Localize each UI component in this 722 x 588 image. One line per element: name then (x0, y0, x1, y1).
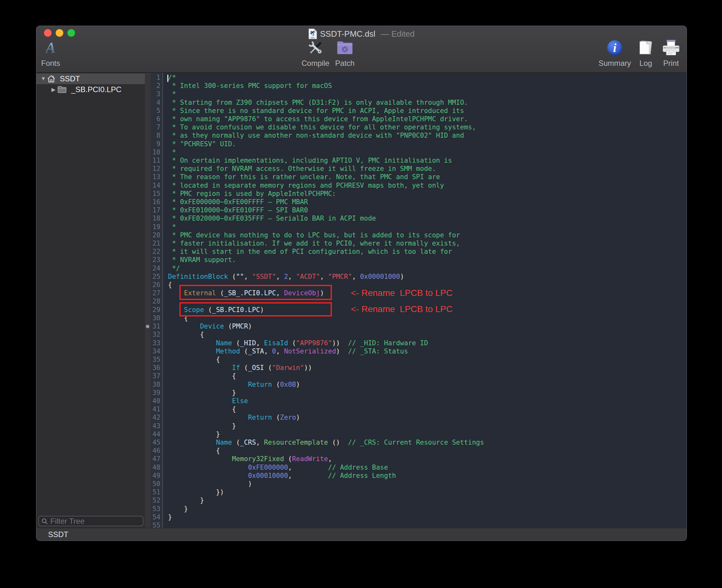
window-title-area: DSL SSDT-PMC.dsl — Edited (36, 28, 686, 39)
line-number: 12 (151, 165, 161, 173)
fonts-label: Fonts (41, 59, 60, 68)
line-number: 22 (151, 248, 161, 256)
code-line: Return (Zero) (168, 413, 686, 422)
code-line: 0x00010000, // Address Length (168, 471, 686, 480)
code-line: * On certain implementations, including … (168, 156, 686, 165)
code-line: * faster initialisation. If we add it to… (168, 239, 686, 248)
chevron-down-icon[interactable]: ▼ (40, 76, 47, 82)
line-number: 15 (151, 190, 161, 198)
line-number: 47 (151, 455, 161, 463)
line-number: 26 (151, 281, 161, 289)
print-button[interactable]: Print (649, 39, 686, 68)
code-line: } (168, 422, 686, 430)
line-number: 3 (151, 90, 161, 98)
code-editor[interactable]: /* * Intel 300-series PMC support for ma… (163, 73, 686, 528)
line-number: 7 (151, 123, 161, 131)
line-number: 25 (151, 272, 161, 281)
line-number: 9 (151, 140, 161, 148)
code-line: Name (_CRS, ResourceTemplate () // _CRS:… (168, 438, 686, 446)
sidebar-item-label: SSDT (60, 75, 80, 83)
status-scope-label: SSDT (48, 530, 68, 539)
print-printer-icon (662, 39, 680, 56)
window-title: SSDT-PMC.dsl (320, 29, 376, 39)
summary-info-icon: i (607, 39, 622, 56)
code-line (168, 521, 686, 528)
line-number: 23 (151, 256, 161, 264)
code-line: * required for NVRAM access. Otherwise i… (168, 165, 686, 173)
line-number: 31 (151, 322, 161, 330)
code-line: * own naming "APP9876" to access this de… (168, 115, 686, 123)
title-bar: DSL SSDT-PMC.dsl — Edited A Fonts (36, 26, 686, 73)
line-number: 38 (151, 380, 161, 388)
code-line: { (168, 372, 686, 380)
code-line: * (168, 223, 686, 231)
patch-button[interactable]: Patch (323, 39, 367, 68)
code-line: Else (168, 397, 686, 405)
patch-folder-icon (336, 39, 354, 56)
code-line: * 0xFE010000~0xFE010FFF – SPI BAR0 (168, 206, 686, 214)
line-number: 4 (151, 99, 161, 107)
text-cursor (167, 75, 168, 82)
line-number: 39 (151, 388, 161, 397)
line-number: 43 (151, 422, 161, 430)
code-line: * as they normally use another non-stand… (168, 131, 686, 140)
code-line: Device (PMCR) (168, 322, 686, 330)
line-number-gutter: 1234567891011121314151617181920212223242… (151, 73, 162, 528)
code-line: If (_OSI ("Darwin")) (168, 364, 686, 372)
filter-tree-input[interactable] (50, 517, 140, 526)
line-number: 34 (151, 347, 161, 355)
highlight-box-external (179, 285, 332, 300)
svg-text:DSL: DSL (311, 37, 315, 39)
search-icon (41, 518, 48, 524)
code-line: * NVRAM support. (168, 256, 686, 264)
line-number: 32 (151, 330, 161, 339)
filter-tree-field[interactable] (38, 516, 143, 526)
line-number: 51 (151, 488, 161, 496)
rename-annotation-2: <- Rename LPCB to LPC (351, 304, 452, 314)
line-number: 16 (151, 198, 161, 206)
code-line: ) (168, 480, 686, 488)
line-number: 44 (151, 430, 161, 438)
dsl-document-icon: DSL (309, 28, 317, 39)
chevron-right-icon[interactable]: ▶ (50, 86, 57, 93)
sidebar-item-ssdt[interactable]: ▼ SSDT (36, 74, 145, 84)
line-marker-dot (146, 325, 149, 328)
line-number: 18 (151, 214, 161, 223)
line-number: 13 (151, 173, 161, 181)
code-line: * (168, 90, 686, 98)
line-number: 21 (151, 239, 161, 248)
line-number: 27 (151, 289, 161, 297)
line-number: 36 (151, 364, 161, 372)
line-number: 54 (151, 513, 161, 521)
sidebar-item-label: _SB.PCI0.LPC (71, 85, 122, 94)
code-line: * PMC device has nothing to do to LPC bu… (168, 231, 686, 239)
line-number: 1 (151, 74, 161, 82)
line-number: 10 (151, 148, 161, 156)
code-line: * The reason for this is rather unclear.… (168, 173, 686, 181)
code-line: } (168, 496, 686, 504)
fonts-button[interactable]: A Fonts (36, 39, 73, 68)
rename-annotation-1: <- Rename LPCB to LPC (351, 288, 452, 298)
code-line: DefinitionBlock ("", "SSDT", 2, "ACDT", … (168, 272, 686, 281)
main-content: ▼ SSDT ▶ (36, 73, 686, 528)
line-number: 19 (151, 223, 161, 231)
code-line: * PMC region is used by AppleIntelPCHPMC… (168, 190, 686, 198)
line-number: 28 (151, 297, 161, 306)
code-line: 0xFE000000, // Address Base (168, 463, 686, 471)
code-line: * "PCHRESV" UID. (168, 140, 686, 148)
print-label: Print (663, 59, 679, 68)
code-line: /* (168, 74, 686, 82)
line-number: 11 (151, 156, 161, 165)
line-number: 29 (151, 306, 161, 314)
line-number: 37 (151, 372, 161, 380)
code-line: * 0xFE020000~0xFE035FFF – SerialIo BAR i… (168, 214, 686, 223)
home-icon (47, 75, 55, 83)
sidebar-item-sb-pci0-lpc[interactable]: ▶ _SB.PCI0.LPC (36, 84, 145, 95)
line-number: 49 (151, 471, 161, 480)
line-number: 35 (151, 355, 161, 364)
code-line: * To avoid confusion we disable this dev… (168, 123, 686, 131)
code-line: * Since there is no standard device for … (168, 107, 686, 115)
code-line: Method (_STA, 0, NotSerialized) // _STA:… (168, 347, 686, 355)
code-line: { (168, 405, 686, 413)
code-line: } (168, 430, 686, 438)
